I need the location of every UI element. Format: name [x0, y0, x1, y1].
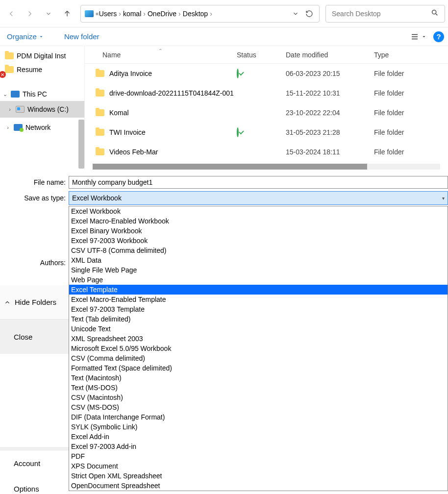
tree-item[interactable]: PDM Digital Inst [0, 49, 84, 63]
up-button[interactable] [59, 5, 75, 22]
file-date: 23-10-2022 22:04 [286, 109, 374, 117]
horizontal-scrollbar[interactable] [93, 164, 440, 170]
bottom-panel: Authors: Hide Folders Close Account Opti… [0, 254, 69, 494]
folder-icon [96, 129, 104, 136]
back-button[interactable] [3, 5, 20, 22]
view-options-button[interactable] [408, 30, 422, 44]
column-header-name[interactable]: ⌃ Name [85, 51, 237, 59]
breadcrumb-overflow-icon[interactable]: « [96, 10, 97, 17]
sort-indicator-icon: ⌃ [158, 48, 162, 53]
file-row[interactable]: Aditya Invoice06-03-2023 20:15File folde… [85, 64, 448, 83]
file-row[interactable]: Videos Feb-Mar15-03-2024 18:11File folde… [85, 142, 448, 162]
new-folder-button[interactable]: New folder [61, 30, 102, 43]
tree-item[interactable]: ✕ Resume [0, 63, 84, 76]
folder-icon [96, 90, 104, 97]
type-option[interactable]: Excel 97-2003 Add-in [69, 442, 448, 451]
search-input[interactable] [331, 9, 430, 18]
column-header-status[interactable]: Status [237, 51, 286, 59]
folder-icon [96, 70, 104, 77]
type-option[interactable]: CSV (Comma delimited) [69, 353, 448, 363]
column-header-type[interactable]: Type [374, 51, 448, 59]
type-option[interactable]: Excel 97-2003 Workbook [69, 236, 448, 246]
hide-folders-button[interactable]: Hide Folders [0, 285, 69, 320]
forward-button[interactable] [22, 5, 38, 22]
address-dropdown-icon[interactable] [290, 8, 301, 20]
file-date: 15-11-2022 10:31 [286, 89, 374, 97]
address-toolbar: « Users › komal › OneDrive › Desktop › [0, 0, 448, 27]
type-option[interactable]: Excel 97-2003 Template [69, 304, 448, 314]
type-option[interactable]: Excel Macro-Enabled Template [69, 295, 448, 304]
search-icon[interactable] [430, 9, 440, 18]
breadcrumb-item[interactable]: komal [123, 10, 141, 18]
breadcrumb-item[interactable]: Desktop [183, 10, 208, 18]
save-as-type-dropdown[interactable]: Excel WorkbookExcel Macro-Enabled Workbo… [69, 206, 448, 491]
chevron-right-icon[interactable]: › [7, 106, 13, 112]
type-option[interactable]: Single File Web Page [69, 265, 448, 275]
recent-locations-button[interactable] [40, 5, 57, 22]
type-option[interactable]: Unicode Text [69, 324, 448, 334]
tree-scrollbar[interactable] [78, 120, 84, 169]
type-option[interactable]: XML Spreadsheet 2003 [69, 334, 448, 344]
refresh-button[interactable] [303, 8, 315, 20]
chevron-right-icon[interactable]: › [119, 10, 121, 18]
pc-icon [11, 91, 20, 98]
help-button[interactable]: ? [433, 31, 444, 42]
address-bar[interactable]: « Users › komal › OneDrive › Desktop › [80, 5, 320, 23]
type-option[interactable]: OpenDocument Spreadsheet [69, 481, 448, 491]
scrollbar-thumb[interactable] [93, 164, 367, 170]
type-option[interactable]: Strict Open XML Spreadsheet [69, 471, 448, 481]
tree-item-network[interactable]: › Network [0, 121, 84, 134]
type-option[interactable]: Text (MS-DOS) [69, 383, 448, 393]
type-option[interactable]: CSV UTF-8 (Comma delimited) [69, 246, 448, 255]
main-pane: PDM Digital Inst ✕ Resume ⌄ This PC › Wi… [0, 46, 448, 170]
breadcrumb-item[interactable]: OneDrive [148, 10, 176, 18]
type-option[interactable]: XML Data [69, 255, 448, 265]
type-option[interactable]: Excel Macro-Enabled Workbook [69, 216, 448, 226]
chevron-right-icon[interactable]: › [143, 10, 146, 18]
type-option[interactable]: Excel Add-in [69, 432, 448, 442]
type-option[interactable]: Microsoft Excel 5.0/95 Workbook [69, 344, 448, 353]
tree-item-this-pc[interactable]: ⌄ This PC [0, 87, 84, 101]
type-option[interactable]: Excel Binary Workbook [69, 226, 448, 236]
type-option[interactable]: CSV (MS-DOS) [69, 402, 448, 412]
chevron-right-icon[interactable]: › [210, 10, 212, 18]
type-option[interactable]: Text (Tab delimited) [69, 314, 448, 324]
save-as-type-combo[interactable]: Excel Workbook ▾ [69, 191, 448, 205]
file-name: Aditya Invoice [109, 70, 152, 77]
organize-button[interactable]: Organize [4, 30, 47, 43]
chevron-down-icon: ▾ [442, 196, 445, 201]
type-option[interactable]: Excel Workbook [69, 206, 448, 216]
file-name: Videos Feb-Mar [109, 148, 158, 156]
tree-item-label: This PC [23, 90, 47, 98]
file-row[interactable]: Komal23-10-2022 22:04File folder [85, 103, 448, 123]
combo-value: Excel Workbook [72, 194, 122, 202]
account-button[interactable]: Account [0, 450, 69, 476]
breadcrumb-item[interactable]: Users [99, 10, 117, 18]
type-option[interactable]: DIF (Data Interchange Format) [69, 412, 448, 422]
chevron-down-icon[interactable] [422, 34, 426, 39]
type-option[interactable]: CSV (Macintosh) [69, 393, 448, 402]
file-list: ⌃ Name Status Date modified Type Aditya … [84, 46, 448, 170]
svg-point-0 [432, 10, 436, 14]
save-as-type-label: Save as type: [0, 194, 69, 202]
options-button[interactable]: Options [0, 476, 69, 494]
tree-item-label: PDM Digital Inst [17, 52, 66, 60]
file-name-input[interactable] [69, 176, 448, 189]
type-option[interactable]: Text (Macintosh) [69, 373, 448, 383]
close-button[interactable]: Close [0, 320, 69, 354]
chevron-right-icon[interactable]: › [178, 10, 181, 18]
type-option[interactable]: Web Page [69, 275, 448, 285]
column-header-date[interactable]: Date modified [286, 51, 374, 59]
chevron-down-icon[interactable]: ⌄ [2, 91, 8, 98]
search-box[interactable] [325, 5, 445, 23]
file-type: File folder [374, 148, 448, 156]
file-row[interactable]: TWI Invoice31-05-2023 21:28File folder [85, 123, 448, 142]
file-row[interactable]: drive-download-20221115T041844Z-00115-11… [85, 83, 448, 103]
chevron-right-icon[interactable]: › [5, 124, 11, 130]
tree-item-windows-c[interactable]: › Windows (C:) [0, 101, 84, 118]
type-option[interactable]: Excel Template [69, 285, 448, 295]
type-option[interactable]: XPS Document [69, 461, 448, 471]
type-option[interactable]: PDF [69, 451, 448, 461]
type-option[interactable]: SYLK (Symbolic Link) [69, 422, 448, 432]
type-option[interactable]: Formatted Text (Space delimited) [69, 363, 448, 373]
